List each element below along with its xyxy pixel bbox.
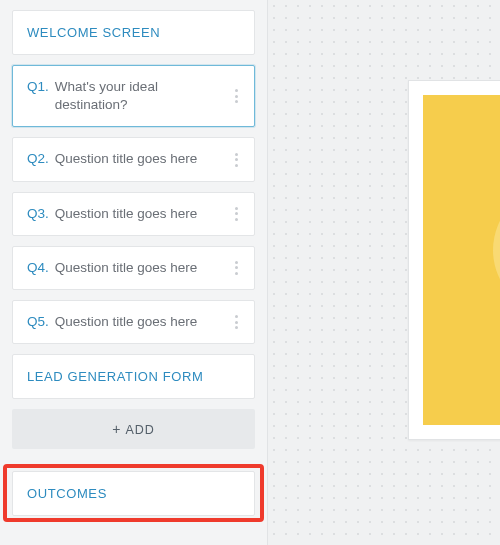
preview-slide: Wha — [423, 95, 500, 425]
lead-generation-card[interactable]: LEAD GENERATION FORM — [12, 354, 255, 399]
question-item-3[interactable]: Q3. Question title goes here — [12, 192, 255, 236]
add-button[interactable]: +ADD — [12, 409, 255, 449]
preview-card[interactable]: Wha — [408, 80, 500, 440]
question-number: Q3. — [27, 205, 49, 223]
question-item-1[interactable]: Q1. What's your ideal destination? — [12, 65, 255, 127]
welcome-screen-card[interactable]: WELCOME SCREEN — [12, 10, 255, 55]
kebab-icon[interactable] — [228, 150, 244, 170]
preview-canvas: Wha — [268, 0, 500, 545]
question-title: Question title goes here — [55, 313, 198, 331]
preview-circle-graphic — [493, 185, 500, 315]
plus-icon: + — [112, 421, 121, 437]
add-label: ADD — [125, 423, 154, 437]
question-title: Question title goes here — [55, 150, 198, 168]
question-number: Q1. — [27, 78, 49, 96]
kebab-icon[interactable] — [228, 258, 244, 278]
question-number: Q4. — [27, 259, 49, 277]
kebab-icon[interactable] — [228, 86, 244, 106]
question-item-5[interactable]: Q5. Question title goes here — [12, 300, 255, 344]
question-item-4[interactable]: Q4. Question title goes here — [12, 246, 255, 290]
sidebar: WELCOME SCREEN Q1. What's your ideal des… — [0, 0, 268, 545]
kebab-icon[interactable] — [228, 204, 244, 224]
outcomes-section: OUTCOMES — [12, 471, 255, 516]
question-title: Question title goes here — [55, 205, 198, 223]
question-title: What's your ideal destination? — [55, 78, 226, 114]
kebab-icon[interactable] — [228, 312, 244, 332]
question-number: Q5. — [27, 313, 49, 331]
question-number: Q2. — [27, 150, 49, 168]
question-item-2[interactable]: Q2. Question title goes here — [12, 137, 255, 181]
question-title: Question title goes here — [55, 259, 198, 277]
outcomes-card[interactable]: OUTCOMES — [12, 471, 255, 516]
